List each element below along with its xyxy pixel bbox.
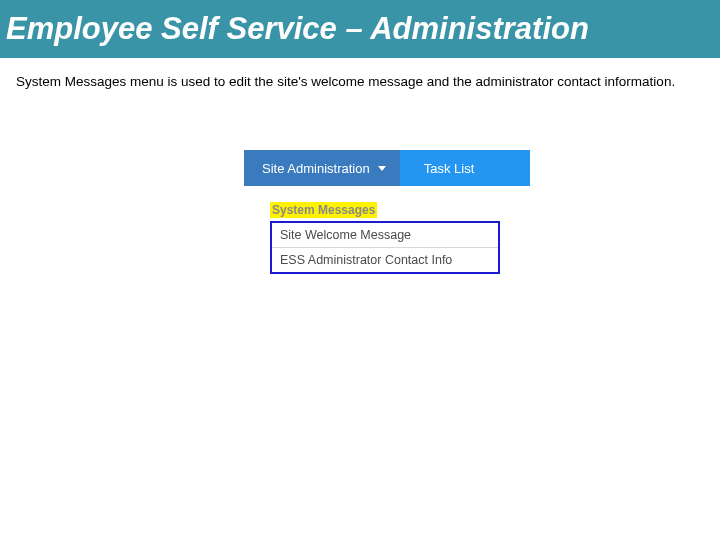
- nav-task-list-label: Task List: [424, 161, 475, 176]
- screenshot-region: Site Administration Task List System Mes…: [244, 150, 530, 274]
- nav-task-list[interactable]: Task List: [400, 150, 530, 186]
- menu-item-site-welcome-message[interactable]: Site Welcome Message: [272, 223, 498, 248]
- dropdown-menu-area: System Messages Site Welcome Message ESS…: [244, 186, 530, 274]
- title-bar: Employee Self Service – Administration: [0, 0, 720, 58]
- menu-item-ess-admin-contact[interactable]: ESS Administrator Contact Info: [272, 248, 498, 272]
- chevron-down-icon: [378, 166, 386, 171]
- menu-heading-system-messages: System Messages: [270, 202, 377, 218]
- nav-site-administration-label: Site Administration: [262, 161, 370, 176]
- navbar: Site Administration Task List: [244, 150, 530, 186]
- page-title: Employee Self Service – Administration: [6, 11, 589, 47]
- nav-site-administration[interactable]: Site Administration: [244, 150, 400, 186]
- menu-box: Site Welcome Message ESS Administrator C…: [270, 221, 500, 274]
- slide: Employee Self Service – Administration S…: [0, 0, 720, 540]
- description-text: System Messages menu is used to edit the…: [0, 58, 720, 91]
